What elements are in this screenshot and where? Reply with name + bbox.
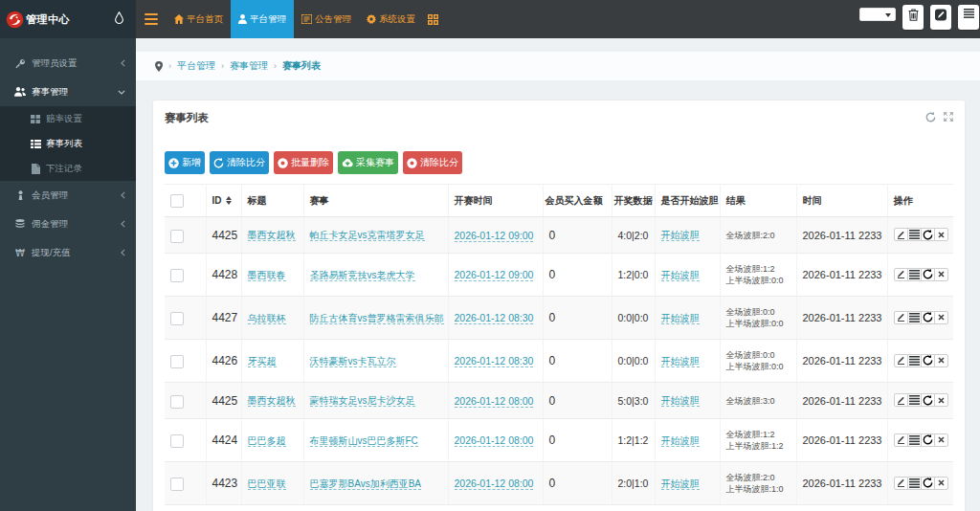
title-link[interactable]: 巴巴亚联 (248, 478, 286, 490)
expand-tool-button[interactable] (944, 112, 953, 122)
start-time-link[interactable]: 2026-01-12 09:00 (455, 230, 534, 242)
start-time-link[interactable]: 2026-01-12 09:00 (455, 269, 534, 281)
breadcrumb-item-1[interactable]: 平台管理 (177, 59, 215, 73)
row-checkbox[interactable] (170, 269, 184, 282)
row-checkbox[interactable] (170, 230, 184, 243)
title-link[interactable]: 巴巴多超 (248, 435, 286, 447)
top-right-select[interactable] (859, 8, 896, 21)
title-link[interactable]: 牙买超 (248, 356, 277, 367)
row-action-close-button[interactable] (934, 433, 948, 447)
row-action-close-button[interactable] (934, 477, 948, 490)
toolbar-button-1[interactable]: 新增 (165, 151, 205, 174)
sort-icon[interactable] (226, 196, 232, 205)
breadcrumb-item-2[interactable]: 赛事管理 (230, 59, 268, 73)
bodan-link[interactable]: 开始波胆 (661, 435, 700, 447)
row-action-list-button[interactable] (907, 477, 922, 490)
row-action-close-button[interactable] (934, 393, 948, 407)
row-action-refresh-button[interactable] (921, 393, 935, 407)
row-action-list-button[interactable] (907, 311, 922, 324)
row-action-list-button[interactable] (907, 354, 922, 367)
row-action-edit-pen-button[interactable] (894, 354, 908, 367)
match-link[interactable]: 沃特豪斯vs卡瓦立尔 (310, 356, 396, 367)
sidebar-item-5[interactable]: ₩提现/充值 (0, 238, 136, 267)
nav-tab-3[interactable]: 公告管理 (294, 0, 359, 38)
bodan-link[interactable]: 开始波胆 (661, 270, 700, 281)
row-action-refresh-button[interactable] (921, 354, 935, 367)
toolbar-button-3[interactable]: 批量删除 (274, 151, 333, 174)
row-action-edit-pen-button[interactable] (894, 477, 908, 490)
row-checkbox[interactable] (170, 434, 184, 448)
cell-title: 巴巴亚联 (241, 462, 303, 505)
title-link[interactable]: 墨西联春 (248, 270, 286, 281)
sidebar-toggle-button[interactable] (136, 0, 167, 38)
row-checkbox[interactable] (170, 395, 184, 409)
row-action-close-button[interactable] (934, 311, 948, 324)
user-icon (238, 14, 247, 24)
breadcrumb-item-3[interactable]: 赛事列表 (282, 59, 321, 73)
row-action-refresh-button[interactable] (921, 228, 935, 241)
select-all-checkbox[interactable] (170, 194, 184, 208)
match-link[interactable]: 巴塞罗那BAvs加利西亚BA (310, 478, 422, 490)
title-link[interactable]: 乌拉联杯 (248, 313, 286, 324)
row-action-refresh-button[interactable] (921, 311, 935, 324)
sidebar-subitem-2[interactable]: 赛事列表 (0, 131, 136, 156)
refresh-icon (923, 434, 933, 445)
sidebar-item-1[interactable]: 管理员设置 (0, 49, 136, 78)
sidebar-item-2[interactable]: 赛事管理 (0, 78, 136, 106)
match-link[interactable]: 布里顿斯山vs巴巴多斯FC (310, 435, 418, 447)
row-action-edit-pen-button[interactable] (894, 433, 908, 447)
start-time-link[interactable]: 2026-01-12 08:30 (455, 355, 534, 367)
sidebar-subitem-1[interactable]: 赔率设置 (0, 106, 136, 131)
nav-tab-1[interactable]: 平台首页 (167, 0, 231, 38)
row-checkbox[interactable] (170, 312, 184, 325)
toolbar-button-5[interactable]: 清除比分 (403, 151, 462, 174)
start-time-link[interactable]: 2026-01-12 08:00 (455, 434, 534, 447)
row-action-list-button[interactable] (907, 433, 922, 447)
row-action-edit-pen-button[interactable] (894, 228, 908, 241)
row-action-list-button[interactable] (907, 228, 922, 241)
row-action-edit-pen-button[interactable] (894, 393, 908, 407)
bodan-link[interactable]: 开始波胆 (661, 230, 700, 241)
row-action-refresh-button[interactable] (921, 268, 935, 281)
row-action-close-button[interactable] (934, 354, 948, 367)
cell-result: 全场波胆:3:0 (720, 383, 796, 419)
bodan-link[interactable]: 开始波胆 (661, 356, 700, 367)
sidebar-item-4[interactable]: 佣金管理 (0, 210, 136, 238)
match-link[interactable]: 圣路易斯竞技vs老虎大学 (310, 270, 415, 281)
row-checkbox[interactable] (170, 355, 184, 368)
bodan-link[interactable]: 开始波胆 (661, 395, 700, 407)
toolbar-button-2[interactable]: 清除比分 (210, 151, 269, 174)
start-time-link[interactable]: 2026-01-12 08:00 (455, 478, 534, 490)
list-button[interactable] (958, 5, 979, 30)
row-action-edit-pen-button[interactable] (894, 268, 908, 281)
row-action-list-button[interactable] (907, 393, 922, 407)
start-time-link[interactable]: 2026-01-12 08:00 (455, 395, 534, 408)
row-action-list-button[interactable] (907, 268, 922, 281)
edit-button[interactable] (930, 5, 951, 30)
row-action-close-button[interactable] (934, 228, 948, 241)
start-time-link[interactable]: 2026-01-12 08:30 (455, 312, 534, 324)
row-checkbox[interactable] (170, 478, 184, 491)
edit-pen-icon (897, 231, 905, 239)
refresh-tool-button[interactable] (925, 112, 936, 122)
apps-grid-button[interactable] (428, 0, 438, 38)
nav-tab-4[interactable]: 系统设置 (359, 0, 423, 38)
match-link[interactable]: 蒙特瑞女足vs尼卡沙女足 (310, 395, 415, 407)
toolbar-button-4[interactable]: 采集赛事 (338, 151, 398, 174)
row-action-close-button[interactable] (934, 268, 948, 281)
row-action-edit-pen-button[interactable] (894, 311, 908, 324)
select-caret-icon (885, 13, 891, 17)
trash-button[interactable] (902, 5, 924, 30)
close-icon (938, 436, 945, 443)
bodan-link[interactable]: 开始波胆 (661, 478, 700, 490)
title-link[interactable]: 墨西女超秋 (248, 395, 296, 407)
row-action-refresh-button[interactable] (921, 433, 935, 447)
sidebar-item-3[interactable]: 会员管理 (0, 181, 136, 210)
nav-tab-2[interactable]: 平台管理 (231, 0, 294, 38)
match-link[interactable]: 帕丘卡女足vs克雷塔罗女足 (310, 230, 425, 241)
match-link[interactable]: 防丘古体育vs普罗格雷索俱乐部 (310, 313, 444, 324)
bodan-link[interactable]: 开始波胆 (661, 313, 700, 324)
sidebar-subitem-3[interactable]: 下注记录 (0, 156, 136, 181)
row-action-refresh-button[interactable] (921, 477, 935, 490)
title-link[interactable]: 墨西女超秋 (248, 230, 296, 241)
